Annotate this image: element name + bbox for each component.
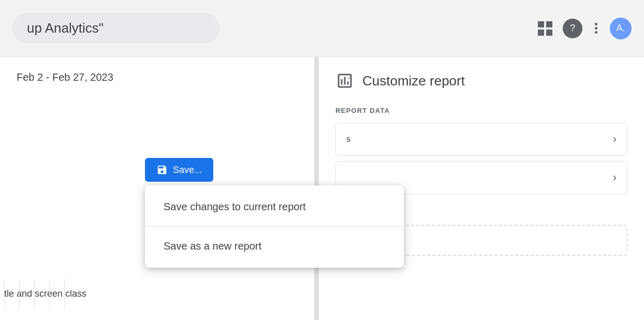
help-button[interactable]: ? xyxy=(563,19,582,38)
save-changes-item[interactable]: Save changes to current report xyxy=(145,190,404,224)
header-title-area: up Analytics" xyxy=(12,13,219,43)
chart-line xyxy=(64,279,65,310)
avatar-label: A. xyxy=(616,23,625,34)
chart-line xyxy=(19,279,20,310)
page-title: up Analytics" xyxy=(27,20,104,36)
save-button[interactable]: Save... xyxy=(145,158,213,182)
more-options-button[interactable] xyxy=(593,21,599,36)
chart-line xyxy=(34,279,35,310)
report-data-section: REPORT DATA s › › xyxy=(335,107,627,194)
avatar[interactable]: A. xyxy=(610,18,632,39)
chart-line xyxy=(4,279,5,310)
save-button-label: Save... xyxy=(173,165,202,176)
save-dropdown-menu: Save changes to current report Save as a… xyxy=(145,185,404,268)
header: up Analytics" ? A. xyxy=(0,0,644,57)
chevron-right-icon-2: › xyxy=(613,171,617,184)
customize-report-icon xyxy=(335,71,354,90)
apps-icon[interactable] xyxy=(538,21,552,36)
save-button-icon xyxy=(156,164,168,176)
left-panel: Feb 2 - Feb 27, 2023 Save... Save change… xyxy=(0,57,315,320)
report-data-row-1[interactable]: s › xyxy=(335,123,627,156)
report-data-label: REPORT DATA xyxy=(335,107,627,114)
save-as-new-item[interactable]: Save as a new report xyxy=(145,229,404,264)
report-data-row-1-text: s xyxy=(346,135,350,144)
chart-lines xyxy=(0,279,69,310)
customize-title: Customize report xyxy=(362,73,465,89)
date-range: Feb 2 - Feb 27, 2023 xyxy=(17,71,298,83)
dropdown-divider xyxy=(145,226,404,227)
chart-line xyxy=(49,279,50,310)
help-icon: ? xyxy=(570,23,575,34)
main-content: Feb 2 - Feb 27, 2023 Save... Save change… xyxy=(0,57,644,320)
chevron-right-icon-1: › xyxy=(613,133,617,146)
customize-header: Customize report xyxy=(335,71,627,90)
header-actions: ? A. xyxy=(538,18,632,39)
